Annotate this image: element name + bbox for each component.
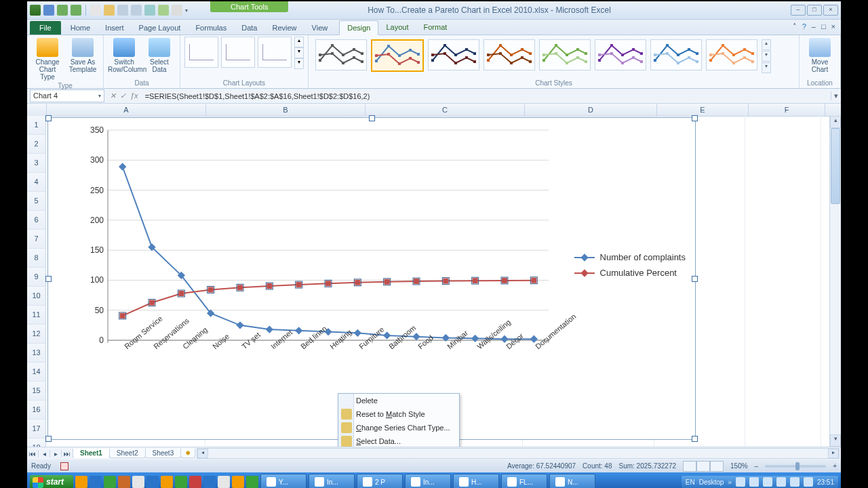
embedded-chart[interactable]: Room ServiceReservationsCleaningNoiseTV … (47, 117, 696, 440)
chart-legend[interactable]: Number of complaints Cumulative Percent (574, 247, 686, 283)
quicklaunch-icon[interactable] (189, 476, 201, 488)
system-tray[interactable]: EN Desktop » 23:51 (682, 476, 838, 488)
quicklaunch-icon[interactable] (132, 476, 144, 488)
zoom-level[interactable]: 150% (730, 462, 748, 470)
horizontal-scrollbar[interactable]: ◂ ▸ (197, 448, 840, 459)
quicklaunch-icon[interactable] (218, 476, 230, 488)
tab-format[interactable]: Format (416, 20, 454, 35)
view-pagelayout-icon[interactable] (696, 461, 710, 472)
sheet-nav-prev-icon[interactable]: ◂ (39, 450, 50, 458)
chart-layout-option[interactable] (258, 37, 292, 68)
column-header[interactable]: B (206, 104, 366, 116)
sheet-nav-last-icon[interactable]: ⏭ (62, 450, 73, 458)
styles-more-icon[interactable]: ▾ (762, 62, 771, 73)
change-chart-type-button[interactable]: Change Chart Type (31, 37, 64, 81)
taskbar-app-button[interactable]: 2 P (357, 474, 403, 488)
tray-icon[interactable] (749, 477, 759, 487)
quicklaunch-icon[interactable] (75, 476, 87, 488)
column-header[interactable]: C (366, 104, 525, 116)
quicklaunch-icon[interactable] (118, 476, 130, 488)
sheet-nav-first-icon[interactable]: ⏮ (27, 450, 39, 458)
row-header[interactable]: 16 (27, 401, 46, 420)
qat-preview-icon[interactable] (131, 5, 142, 16)
view-pagebreak-icon[interactable] (710, 461, 724, 472)
layouts-down-icon[interactable]: ▾ (294, 47, 304, 58)
file-tab[interactable]: File (30, 21, 61, 35)
tray-icon[interactable] (790, 477, 800, 487)
excel-icon[interactable] (30, 5, 41, 16)
ribbon-minimize-icon[interactable]: ˄ (793, 22, 797, 31)
enter-formula-icon[interactable]: ✓ (120, 92, 126, 100)
start-button[interactable]: start (30, 475, 73, 488)
select-all-corner[interactable] (27, 104, 47, 116)
row-header[interactable]: 12 (27, 325, 46, 344)
styles-up-icon[interactable]: ▴ (762, 39, 771, 50)
workbook-max-icon[interactable]: □ (821, 22, 826, 31)
column-header[interactable]: A (47, 104, 206, 116)
formula-input[interactable]: =SERIES(Sheet1!$D$1,Sheet1!$A$2:$A$16,Sh… (142, 92, 831, 100)
row-header[interactable]: 18 (27, 439, 46, 447)
quicklaunch-icon[interactable] (175, 476, 187, 488)
tray-icon[interactable] (736, 477, 745, 487)
cancel-formula-icon[interactable]: ✕ (110, 92, 116, 100)
row-header[interactable]: 10 (27, 287, 46, 306)
row-header[interactable]: 14 (27, 363, 46, 382)
qat-custom-icon[interactable] (172, 5, 182, 16)
tab-insert[interactable]: Insert (98, 21, 132, 35)
qat-spell-icon[interactable] (144, 5, 155, 16)
formula-expand-icon[interactable]: ▾ (831, 92, 841, 100)
row-header[interactable]: 15 (27, 382, 46, 401)
row-header[interactable]: 2 (27, 135, 46, 154)
redo-icon[interactable] (71, 5, 81, 16)
sheet-tab[interactable]: Sheet1 (73, 449, 110, 458)
tab-layout[interactable]: Layout (378, 20, 416, 35)
row-header[interactable]: 9 (27, 268, 46, 287)
undo-icon[interactable] (57, 5, 68, 16)
view-normal-icon[interactable] (683, 461, 696, 472)
vertical-scrollbar[interactable]: ▴ ▾ (829, 116, 841, 447)
qat-print-icon[interactable] (117, 5, 128, 16)
column-header[interactable]: E (657, 104, 749, 116)
layouts-more-icon[interactable]: ▾ (294, 58, 304, 69)
chart-layout-option[interactable] (184, 37, 218, 68)
tray-icon[interactable] (763, 477, 772, 487)
tab-design[interactable]: Design (339, 20, 378, 35)
row-header[interactable]: 6 (27, 211, 46, 230)
zoom-out-icon[interactable]: – (755, 462, 759, 470)
name-box[interactable]: Chart 4▾ (30, 89, 104, 102)
row-header[interactable]: 1 (27, 116, 46, 135)
workbook-close-icon[interactable]: × (831, 22, 835, 31)
chart-style-option[interactable] (315, 39, 367, 70)
layouts-up-icon[interactable]: ▴ (294, 37, 304, 47)
clock[interactable]: 23:51 (817, 479, 834, 486)
row-header[interactable]: 5 (27, 192, 46, 211)
column-header[interactable]: D (525, 104, 657, 116)
save-as-template-button[interactable]: Save As Template (66, 37, 99, 73)
quicklaunch-icon[interactable] (90, 476, 102, 488)
new-sheet-button[interactable]: ✸ (180, 449, 195, 458)
row-header[interactable]: 3 (27, 154, 46, 173)
tab-view[interactable]: View (304, 21, 336, 35)
tab-formulas[interactable]: Formulas (188, 21, 234, 35)
workbook-min-icon[interactable]: – (812, 22, 816, 31)
save-icon[interactable] (43, 5, 54, 16)
hscroll-left-icon[interactable]: ◂ (197, 449, 208, 458)
chart-plot-area[interactable]: Room ServiceReservationsCleaningNoiseTV … (67, 123, 555, 394)
taskbar-app-button[interactable]: Y... (260, 474, 307, 488)
macro-record-icon[interactable] (60, 462, 68, 470)
quicklaunch-icon[interactable] (104, 476, 116, 488)
select-data-button[interactable]: Select Data (143, 37, 176, 73)
chart-style-option[interactable] (706, 39, 757, 70)
quicklaunch-icon[interactable] (232, 476, 244, 488)
close-button[interactable]: × (823, 5, 838, 16)
show-desktop[interactable]: Desktop (699, 479, 724, 486)
row-header[interactable]: 4 (27, 173, 46, 192)
move-chart-button[interactable]: Move Chart (804, 37, 836, 73)
quicklaunch-icon[interactable] (246, 476, 258, 488)
quicklaunch-icon[interactable] (203, 476, 216, 488)
tab-data[interactable]: Data (234, 21, 264, 35)
quicklaunch-icon[interactable] (146, 476, 159, 488)
fx-icon[interactable]: ƒx (130, 92, 138, 100)
scroll-down-icon[interactable]: ▾ (830, 434, 841, 447)
sheet-tab[interactable]: Sheet2 (109, 449, 146, 458)
